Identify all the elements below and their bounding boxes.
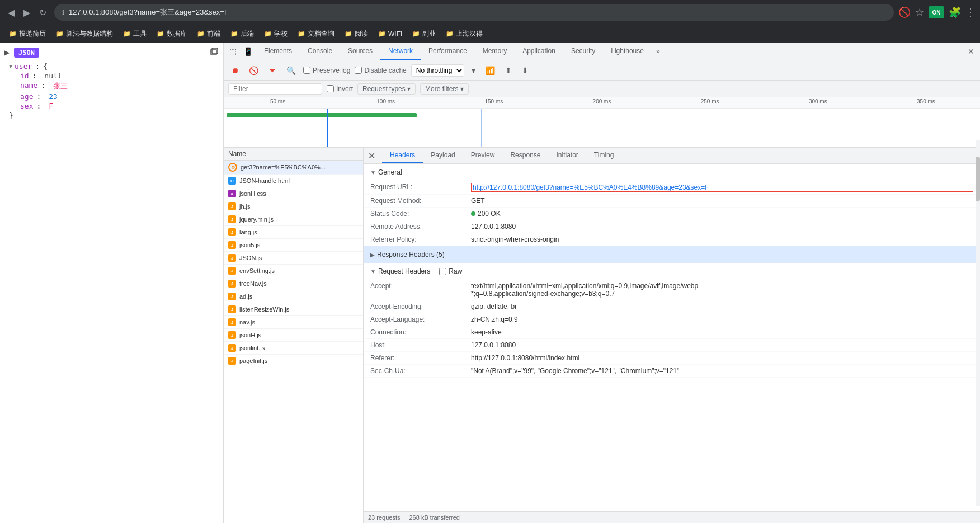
tab-security[interactable]: Security [563,43,603,60]
download-icon[interactable]: ⬇ [519,64,531,77]
network-controls: ⏺ 🚫 ⏷ 🔍 Preserve log Disable cache No th… [224,60,980,81]
response-headers-section[interactable]: ▶ Response Headers (5) [364,246,980,263]
network-item-lang[interactable]: J lang.js [224,226,363,239]
bookmark-reading[interactable]: 📁 阅读 [340,27,373,40]
network-item-jquery[interactable]: J jquery.min.js [224,213,363,226]
network-item-jsonh[interactable]: J jsonH.js [224,329,363,342]
record-button[interactable]: ⏺ [228,64,242,77]
tab-console[interactable]: Console [300,43,340,60]
filter-input[interactable] [228,83,322,95]
json-panel: ▶ JSON ▼ user : { id : null name [0,43,224,523]
address-bar[interactable]: ℹ 127.0.0.1:8080/get3?name=张三&age=23&sex… [54,4,894,21]
tab-more[interactable]: » [652,48,665,55]
item-icon-env: J [228,267,236,275]
bookmark-resume[interactable]: 📁 投递简历 [4,27,50,40]
bookmark-shanghai[interactable]: 📁 上海汉得 [441,27,487,40]
bookmark-frontend[interactable]: 📁 前端 [192,27,225,40]
back-button[interactable]: ◀ [4,5,18,20]
reload-button[interactable]: ↻ [36,5,50,20]
detail-tab-preview[interactable]: Preview [463,148,503,163]
general-section-header[interactable]: ▼ General [364,164,980,181]
item-icon-listen: J [228,305,236,313]
detail-tab-headers[interactable]: Headers [382,148,423,163]
network-item-nav[interactable]: J nav.js [224,316,363,329]
response-headers-title: Response Headers (5) [377,251,445,258]
puzzle-icon[interactable]: 🧩 [949,6,961,18]
search-button[interactable]: 🔍 [284,64,299,77]
detail-tab-timing[interactable]: Timing [586,148,622,163]
request-method-row: Request Method: GET [364,195,980,208]
devtools-tabs: Elements Console Sources Network Perform… [256,43,665,60]
bookmark-sidejob[interactable]: 📁 副业 [408,27,440,40]
tab-network[interactable]: Network [380,43,421,60]
forward-button[interactable]: ▶ [20,5,34,20]
network-item-json-js[interactable]: J JSON.js [224,252,363,265]
request-headers-section[interactable]: ▼ Request Headers Raw [364,263,980,280]
clear-button[interactable]: 🚫 [246,64,261,77]
tab-sources[interactable]: Sources [340,43,380,60]
bookmark-algorithm[interactable]: 📁 算法与数据结构 [51,27,117,40]
bookmark-docs[interactable]: 📁 文档查询 [293,27,339,40]
json-collapse-all[interactable]: ▶ [4,49,10,56]
raw-checkbox[interactable] [439,268,446,275]
detail-tabs: ✕ Headers Payload Preview Response Initi… [364,148,980,164]
tab-memory[interactable]: Memory [475,43,515,60]
connection-value: keep-alive [471,328,973,336]
detail-tab-response[interactable]: Response [502,148,548,163]
network-item-json-handle[interactable]: H JSON-handle.html [224,175,363,187]
network-item-json5[interactable]: J json5.js [224,239,363,252]
tab-performance[interactable]: Performance [421,43,475,60]
json-copy-btn[interactable] [210,47,219,58]
bookmark-db[interactable]: 📁 数据库 [152,27,191,40]
network-item-jh-js[interactable]: J jh.js [224,200,363,213]
network-item-listen[interactable]: J listenResizeWin.js [224,303,363,316]
tab-application[interactable]: Application [515,43,563,60]
network-item-treenav[interactable]: J treeNav.js [224,277,363,290]
detail-tab-initiator[interactable]: Initiator [548,148,586,163]
network-item-pageinit[interactable]: J pageInit.js [224,355,363,367]
address-lock-icon: ℹ [62,9,64,16]
more-filters-button[interactable]: More filters ▾ [420,83,469,95]
wifi-icon[interactable]: 📶 [483,64,498,77]
tab-lighthouse[interactable]: Lighthouse [603,43,652,60]
throttle-select[interactable]: No throttling [411,64,464,77]
bookmark-backend[interactable]: 📁 后端 [226,27,258,40]
tab-elements[interactable]: Elements [256,43,300,60]
bookmark-wifi[interactable]: 📁 WIFI [374,29,407,40]
extension-icon[interactable]: ON [929,6,944,18]
request-url-label: Request URL: [370,183,471,192]
close-detail-button[interactable]: ✕ [364,148,380,163]
throttle-down-icon[interactable]: ▾ [469,64,478,77]
network-item-jsonlint[interactable]: J jsonlint.js [224,342,363,355]
devtools-inspect-icon[interactable]: ⬚ [226,45,240,58]
item-icon-jsonlint: J [228,344,236,352]
expand-root[interactable]: ▼ [9,63,12,69]
network-list-items[interactable]: ⚙ get3?name=%E5%BC%A0%... H JSON-handle.… [224,161,363,523]
preserve-log-checkbox[interactable]: Preserve log [303,67,350,74]
detail-tab-payload[interactable]: Payload [423,148,463,163]
folder-icon-7: 📁 [264,30,272,37]
request-types-button[interactable]: Request types ▾ [357,83,416,95]
network-item-jsonh-css[interactable]: # jsonH.css [224,187,363,200]
menu-icon[interactable]: ⋮ [965,6,976,18]
folder-icon-4: 📁 [157,30,164,37]
main-area: ▶ JSON ▼ user : { id : null name [0,43,980,523]
upload-icon[interactable]: ⬆ [502,64,515,77]
bookmark-star-icon[interactable]: ☆ [915,6,924,18]
item-name-ad: ad.js [239,293,359,300]
bookmark-tools[interactable]: 📁 工具 [119,27,151,40]
network-item-ad[interactable]: J ad.js [224,290,363,303]
timeline-area: 50 ms 100 ms 150 ms 200 ms 250 ms 300 ms… [224,97,980,148]
item-icon-treenav: J [228,280,236,288]
filter-icon-button[interactable]: ⏷ [266,64,279,77]
bookmark-school[interactable]: 📁 学校 [260,27,292,40]
camera-off-icon[interactable]: 🚫 [898,6,911,18]
devtools-device-icon[interactable]: 📱 [240,45,256,58]
invert-label[interactable]: Invert [327,85,353,93]
disable-cache-checkbox[interactable]: Disable cache [355,67,406,74]
devtools-close-icon[interactable]: ✕ [964,45,978,58]
network-item-env[interactable]: J envSetting.js [224,265,363,277]
name-column-header: Name [228,150,246,158]
remote-address-row: Remote Address: 127.0.0.1:8080 [364,220,980,233]
network-item-get3[interactable]: ⚙ get3?name=%E5%BC%A0%... [224,161,363,175]
